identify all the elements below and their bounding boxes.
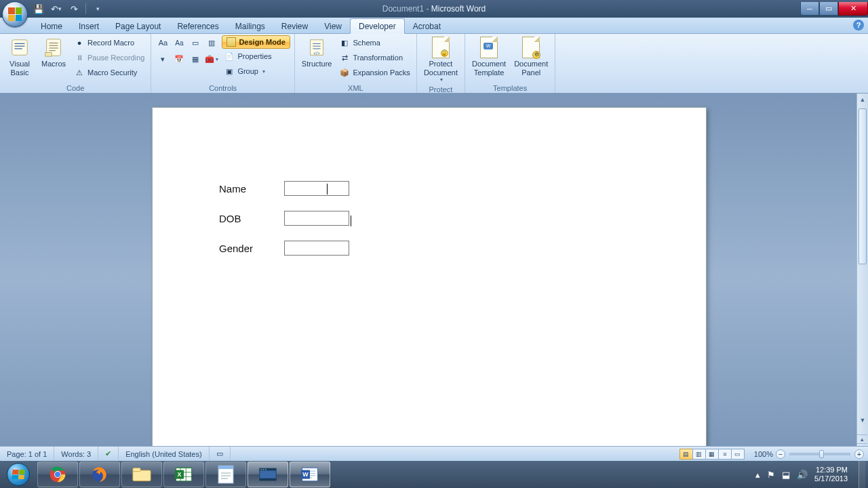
transformation-button[interactable]: ⇄ Transformation: [337, 50, 412, 65]
qat-save-button[interactable]: 💾: [33, 3, 45, 15]
controls-gallery: Aa Aa ▭ ▥ ▾ 📅 ▦ 🧰▾: [155, 35, 219, 66]
zoom-level[interactable]: 100%: [751, 450, 776, 458]
svg-rect-15: [218, 466, 233, 469]
protect-document-label: Protect Document: [424, 60, 458, 77]
close-button[interactable]: ✕: [838, 2, 868, 16]
control-datepicker-button[interactable]: 📅: [172, 52, 186, 66]
tab-developer[interactable]: Developer: [350, 18, 405, 34]
view-web-layout-button[interactable]: ▦: [705, 449, 719, 460]
zoom-slider-thumb[interactable]: [819, 450, 824, 458]
show-desktop-button[interactable]: [859, 461, 865, 488]
control-plaintext-button[interactable]: Aa: [172, 35, 186, 50]
office-button[interactable]: [2, 1, 28, 27]
svg-rect-18: [260, 479, 276, 481]
visual-basic-icon: [9, 37, 31, 58]
svg-rect-17: [260, 468, 276, 470]
control-legacy-button[interactable]: 🧰▾: [204, 52, 219, 66]
document-page[interactable]: Name DOB Gender: [152, 107, 707, 461]
taskbar-chrome-button[interactable]: [37, 462, 78, 487]
qat-customize-button[interactable]: ▾: [92, 3, 104, 15]
taskbar-media-button[interactable]: [248, 462, 288, 487]
taskbar-firefox-button[interactable]: [79, 462, 120, 487]
tray-network-icon[interactable]: ⬓: [782, 470, 790, 480]
control-richtext-button[interactable]: Aa: [155, 35, 170, 50]
taskbar-word-button[interactable]: W: [290, 462, 330, 487]
tray-volume-icon[interactable]: 🔊: [797, 470, 808, 480]
tab-mailings[interactable]: Mailings: [227, 19, 273, 33]
textbox-gender[interactable]: [284, 241, 349, 256]
status-language[interactable]: English (United States): [119, 447, 210, 461]
view-print-layout-button[interactable]: ▤: [679, 449, 693, 460]
macros-button[interactable]: Macros: [38, 35, 69, 70]
maximize-button[interactable]: ▭: [819, 2, 838, 16]
expansion-packs-button[interactable]: 📦 Expansion Packs: [337, 65, 412, 80]
textbox-name[interactable]: [284, 181, 349, 196]
svg-text:</>: </>: [313, 51, 320, 56]
tab-view[interactable]: View: [316, 19, 350, 33]
control-dropdown-button[interactable]: ▾: [155, 52, 170, 66]
record-macro-button[interactable]: ● Record Macro: [72, 35, 146, 50]
tray-clock[interactable]: 12:39 PM 5/17/2013: [814, 466, 852, 483]
vertical-scrollbar[interactable]: ▲ ▼ ▴ ◦ ▾: [856, 94, 868, 461]
view-outline-button[interactable]: ≡: [718, 449, 732, 460]
tab-page-layout[interactable]: Page Layout: [107, 19, 169, 33]
form-row-dob: DOB: [219, 211, 350, 226]
proofing-icon: ✔: [105, 449, 111, 458]
tab-references[interactable]: References: [169, 19, 226, 33]
status-words[interactable]: Words: 3: [54, 447, 98, 461]
schema-icon: ◧: [339, 37, 350, 48]
zoom-out-button[interactable]: −: [776, 449, 785, 459]
status-insert-mode[interactable]: ▭: [210, 447, 231, 461]
view-draft-button[interactable]: ▭: [731, 449, 745, 460]
status-proofing[interactable]: ✔: [98, 447, 119, 461]
view-full-screen-button[interactable]: ▥: [692, 449, 706, 460]
form-row-name: Name: [219, 181, 349, 196]
control-buildingblock-button[interactable]: ▦: [188, 52, 203, 66]
macro-security-button[interactable]: ⚠ Macro Security: [72, 65, 146, 80]
tray-show-hidden-button[interactable]: ▴: [755, 470, 760, 480]
qat-undo-button[interactable]: ↶▾: [50, 3, 62, 15]
textbox-dob[interactable]: [284, 211, 349, 226]
taskbar-explorer-button[interactable]: [121, 462, 162, 487]
visual-basic-button[interactable]: Visual Basic: [4, 35, 35, 78]
system-tray: ▴ ⚑ ⬓ 🔊 12:39 PM 5/17/2013: [755, 461, 868, 488]
taskbar-notepad-button[interactable]: [205, 462, 246, 487]
titlebar: 💾 ↶▾ ↷ ▾ Document1 - Microsoft Word ─ ▭ …: [0, 0, 868, 18]
expansion-packs-icon: 📦: [339, 67, 350, 78]
insert-mode-icon: ▭: [216, 449, 223, 458]
tab-insert[interactable]: Insert: [71, 19, 107, 33]
qat-redo-button[interactable]: ↷: [68, 3, 80, 15]
tab-acrobat[interactable]: Acrobat: [405, 19, 449, 33]
help-button[interactable]: ?: [853, 20, 864, 30]
tab-review[interactable]: Review: [273, 19, 316, 33]
taskbar-excel-button[interactable]: X: [163, 462, 204, 487]
svg-rect-19: [260, 469, 262, 470]
scroll-up-button[interactable]: ▲: [857, 94, 868, 105]
scroll-down-button[interactable]: ▼: [857, 414, 868, 426]
minimize-button[interactable]: ─: [800, 2, 819, 16]
schema-button[interactable]: ◧ Schema: [337, 35, 412, 50]
zoom-in-button[interactable]: +: [854, 449, 864, 459]
group-button[interactable]: ▣ Group▾: [222, 64, 290, 79]
protect-document-button[interactable]: 🔒 Protect Document▾: [421, 35, 460, 84]
tab-home[interactable]: Home: [33, 19, 71, 33]
document-panel-button[interactable]: ⚙ Document Panel: [511, 35, 551, 78]
structure-button[interactable]: </> Structure: [299, 35, 335, 70]
pause-recording-button[interactable]: ⏸ Pause Recording: [72, 50, 146, 65]
start-button[interactable]: [0, 461, 37, 488]
macros-label: Macros: [41, 60, 66, 68]
group-xml-label: XML: [299, 83, 412, 93]
control-picture-button[interactable]: ▭: [188, 35, 203, 50]
label-name: Name: [219, 183, 284, 195]
status-page[interactable]: Page: 1 of 1: [0, 447, 54, 461]
previous-page-button[interactable]: ▴: [857, 434, 867, 443]
properties-button[interactable]: 📄 Properties: [222, 49, 290, 64]
zoom-slider[interactable]: [789, 453, 850, 455]
label-gender: Gender: [219, 243, 284, 254]
svg-rect-21: [265, 469, 267, 470]
tray-action-center-icon[interactable]: ⚑: [767, 470, 775, 480]
document-template-button[interactable]: W Document Template: [469, 35, 509, 78]
design-mode-button[interactable]: Design Mode: [222, 35, 290, 49]
scroll-thumb[interactable]: [859, 108, 867, 264]
control-combobox-button[interactable]: ▥: [204, 35, 219, 50]
